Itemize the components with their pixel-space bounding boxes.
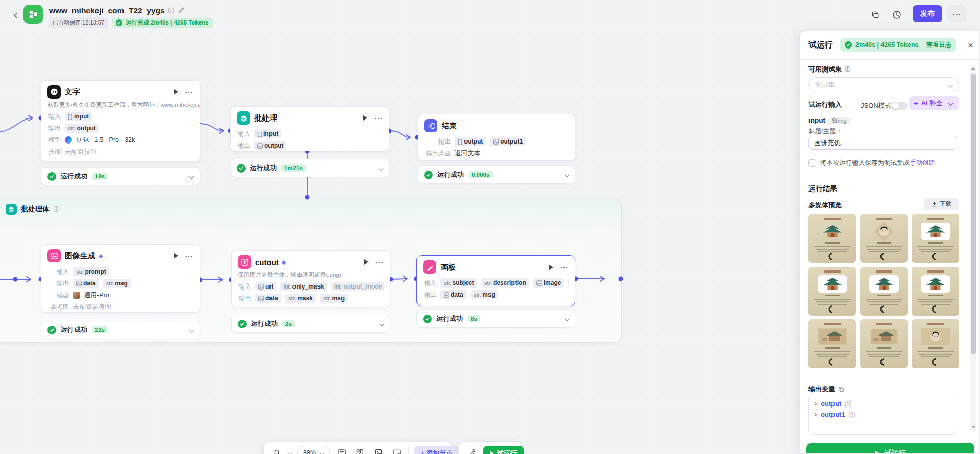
topbar-more-button[interactable]: ··· [947, 5, 967, 22]
chevron-down-icon[interactable] [565, 172, 570, 177]
node-field-row: 技能未配置技能 [47, 147, 193, 157]
node-cutout[interactable]: cutout ◆ ··· 保留图片前景主体，输出透明背景(.png) 输入url… [231, 250, 390, 307]
run-complete-badge[interactable]: 运行完成 2m40s | 4265 Tokens [112, 18, 213, 28]
save-as-testset-checkbox[interactable] [808, 159, 816, 167]
status-text: 运行成功 [250, 163, 277, 173]
run-node-button[interactable] [364, 259, 369, 265]
media-preview-title: 多媒体预览 [808, 201, 842, 210]
status-time: 0.000s [469, 171, 493, 178]
media-thumbnail[interactable] [912, 214, 959, 263]
copy-icon[interactable] [838, 386, 845, 393]
node-board[interactable]: 画板 ··· 输入str.subjectstr.descriptionimage… [416, 255, 575, 306]
chevron-down-icon[interactable] [565, 316, 570, 321]
success-check-icon [423, 315, 432, 323]
media-thumbnail[interactable] [808, 214, 856, 263]
param-chip: [ ]input [65, 112, 92, 121]
node-end-status[interactable]: 运行成功 0.000s [418, 165, 575, 184]
node-more-button[interactable]: ··· [560, 264, 569, 271]
media-thumbnail[interactable] [912, 267, 959, 316]
test-run-button[interactable]: 试运行 [483, 446, 524, 454]
media-thumbnail[interactable] [808, 267, 856, 316]
play-icon [875, 451, 880, 454]
chevron-down-icon[interactable] [948, 101, 953, 106]
test-run-button[interactable]: 试运行 [806, 443, 974, 454]
media-thumbnail[interactable] [912, 319, 959, 368]
node-more-button[interactable]: ··· [376, 259, 384, 266]
chevron-down-icon[interactable] [288, 450, 293, 454]
edit-title-icon[interactable] [178, 6, 185, 15]
title-topic-input[interactable] [808, 136, 958, 150]
param-chip: image [533, 278, 565, 288]
test-run-label: 试运行 [885, 449, 906, 454]
node-text[interactable]: 文字 ··· 获取更多/永久免费更新工作流，官方网址：www.mihekeji.… [41, 80, 200, 162]
layout-grid-icon[interactable] [353, 446, 366, 454]
run-stats-badge[interactable]: 2m40s | 4265 Tokens 查看日志 [840, 38, 956, 52]
field-label: 输入 [47, 112, 61, 121]
run-node-button[interactable] [363, 115, 368, 121]
screen-capture-icon[interactable] [390, 446, 403, 454]
plugin-badge-icon: ◆ [99, 253, 103, 259]
node-end[interactable]: 结束 输出[ ]outputoutput1输出类型返回文本 [418, 114, 575, 161]
add-node-button[interactable]: + 添加节点 [414, 446, 459, 454]
cursor-mode-icon[interactable] [270, 446, 283, 454]
media-thumbnail[interactable] [860, 267, 908, 316]
field-label: 模型 [47, 136, 61, 145]
node-imagegen-status[interactable]: 运行成功 22s [41, 321, 200, 339]
cutout-sparkle-icon [238, 255, 251, 269]
media-thumbnail[interactable] [860, 214, 908, 263]
node-board-status[interactable]: 运行成功 8s [416, 309, 575, 328]
node-more-button[interactable]: ··· [375, 115, 383, 122]
chevron-down-icon[interactable] [189, 327, 194, 332]
status-text: 运行成功 [61, 325, 87, 334]
chevron-down-icon[interactable] [379, 165, 384, 171]
status-text: 运行成功 [437, 170, 464, 179]
copy-icon[interactable] [869, 8, 882, 21]
result-title: 运行结果 [808, 184, 837, 194]
view-log-link[interactable]: 查看日志 [926, 41, 951, 50]
expand-chevron-icon[interactable]: > [814, 400, 818, 408]
output-var-count: {9} [844, 400, 852, 408]
panel-scrollbar[interactable] [970, 65, 976, 431]
back-button[interactable] [11, 10, 21, 20]
zoom-select[interactable]: 88% [297, 446, 330, 454]
json-mode-toggle[interactable] [891, 102, 908, 110]
media-thumbnail[interactable] [808, 319, 856, 368]
run-node-button[interactable] [174, 253, 178, 258]
publish-button[interactable]: 发布 [913, 5, 942, 22]
node-field-row: 模型豆包 · 1.5 · Pro · 32k [47, 135, 193, 145]
info-icon[interactable]: ⓘ [168, 7, 175, 15]
node-field-row: 输出datastr.msg [423, 290, 569, 300]
chevron-down-icon [320, 450, 325, 454]
node-text-status[interactable]: 运行成功 18s [41, 167, 200, 185]
output-variable-row[interactable]: >output{9} [814, 398, 952, 409]
comment-icon[interactable] [335, 446, 348, 454]
scrollbar-thumb[interactable] [971, 74, 976, 354]
node-more-button[interactable]: ··· [185, 253, 193, 259]
param-chip: data [73, 279, 99, 288]
status-text: 运行成功 [436, 314, 463, 323]
history-icon[interactable] [890, 8, 903, 21]
field-value: 未配置技能 [65, 148, 97, 156]
node-batch-status[interactable]: 运行成功 1m21s [230, 159, 389, 177]
testset-select[interactable]: 测试集 [808, 77, 959, 92]
manual-create-link[interactable]: 手动创建 [910, 159, 935, 166]
image-icon[interactable] [372, 446, 385, 454]
chevron-down-icon[interactable] [380, 321, 385, 326]
expand-chevron-icon[interactable]: > [814, 411, 818, 418]
output-variable-row[interactable]: >output1{9} [814, 409, 952, 420]
node-more-button[interactable]: ··· [185, 89, 193, 95]
ai-complete-button[interactable]: AI 补全 [909, 96, 959, 110]
close-icon[interactable]: × [968, 40, 973, 50]
node-cutout-status[interactable]: 运行成功 2s [231, 315, 390, 333]
download-button[interactable]: 下载 [924, 198, 959, 210]
run-node-button[interactable] [174, 89, 178, 94]
workflow-title: www_mihekeji_com_T22_yygs [49, 6, 165, 15]
wrench-icon[interactable] [465, 446, 478, 454]
run-node-button[interactable] [549, 265, 553, 270]
node-imagegen[interactable]: 图像生成 ◆ ··· 输入str.prompt输出datastr.msg模型通用… [41, 244, 200, 313]
chevron-down-icon[interactable] [189, 174, 194, 179]
status-time: 18s [92, 173, 108, 180]
node-batch[interactable]: 批处理 ··· 输入[ ]input输出output [230, 106, 389, 151]
plugin-badge-icon: ◆ [282, 259, 286, 266]
media-thumbnail[interactable] [860, 319, 908, 368]
